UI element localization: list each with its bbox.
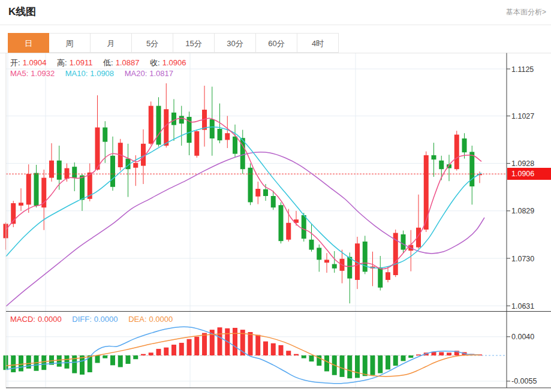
candle-body xyxy=(317,248,321,260)
price-axis-label: 1.1027 xyxy=(511,112,534,120)
candle-body xyxy=(363,242,368,272)
candle-body xyxy=(95,128,100,170)
candle-body xyxy=(454,135,459,170)
candle-body xyxy=(171,113,176,125)
candle-body xyxy=(26,174,31,204)
macd-bar xyxy=(393,355,398,366)
macd-bar xyxy=(65,355,70,369)
dea-label: DEA: xyxy=(128,315,146,324)
macd-bar xyxy=(164,348,168,355)
close-value: 1.0906 xyxy=(162,58,186,67)
high-label: 高: xyxy=(57,58,67,67)
macd-bar xyxy=(133,355,138,359)
candle-body xyxy=(386,272,390,280)
candle-body xyxy=(248,168,253,203)
macd-bar xyxy=(347,355,352,378)
macd-bar xyxy=(263,342,268,355)
macd-bar xyxy=(386,355,390,369)
macd-bar xyxy=(171,345,176,355)
candle-body xyxy=(401,234,406,250)
macd-bar xyxy=(218,327,222,355)
candle-body xyxy=(324,260,329,263)
ohlc-readout: 开:1.0904 高:1.0911 低:1.0887 收:1.0906 xyxy=(10,58,188,68)
macd-bar xyxy=(416,354,421,355)
high-value: 1.0911 xyxy=(70,58,93,67)
candle-body xyxy=(332,264,337,269)
macd-axis-label: -0.0055 xyxy=(511,377,537,385)
open-label: 开: xyxy=(10,58,20,67)
candle-body xyxy=(263,189,268,196)
candle-body xyxy=(439,161,444,169)
macd-bar xyxy=(149,352,153,355)
macd-bar xyxy=(408,355,413,358)
macd-bar xyxy=(118,355,123,367)
candle-body xyxy=(271,196,276,207)
candle-body xyxy=(302,215,306,239)
candle-body xyxy=(133,163,138,168)
candle-body xyxy=(65,168,70,179)
macd-bar xyxy=(233,328,237,355)
candle-body xyxy=(80,176,85,200)
close-label: 收: xyxy=(150,58,160,67)
ma-readout: MA5:1.0932 MA10:1.0908 MA20:1.0817 xyxy=(10,69,176,78)
candle-body xyxy=(110,156,115,187)
macd-bar xyxy=(194,337,199,355)
macd-bar xyxy=(19,355,23,372)
candle-body xyxy=(424,155,429,230)
ma20-label: MA20: xyxy=(125,69,147,78)
candle-body xyxy=(218,129,222,140)
macd-bar xyxy=(57,355,62,367)
macd-bar xyxy=(95,355,100,363)
candle-body xyxy=(156,106,161,145)
macd-bar xyxy=(11,355,16,372)
candle-body xyxy=(149,106,153,144)
candle-body xyxy=(194,131,199,156)
price-axis-label: 1.0730 xyxy=(511,255,534,263)
candle-body xyxy=(378,267,383,288)
candle-body xyxy=(49,161,54,178)
price-axis-label: 1.1125 xyxy=(511,65,534,74)
macd-bar xyxy=(279,345,284,355)
candle-body xyxy=(279,205,284,241)
macd-bar xyxy=(286,351,291,355)
ma20-value: 1.0817 xyxy=(149,69,173,78)
diff-label: DIFF: xyxy=(72,315,92,324)
macd-readout: MACD:0.0000 DIFF:0.0000 DEA:0.0000 xyxy=(10,315,175,324)
candle-body xyxy=(72,167,77,177)
candle-body xyxy=(179,116,184,123)
candle-body xyxy=(469,152,474,186)
macd-bar xyxy=(141,354,146,355)
candle-body xyxy=(210,119,215,138)
last-price-tag: 1.0906 xyxy=(507,168,551,180)
ma5-label: MA5: xyxy=(10,69,28,78)
candle-body xyxy=(19,203,23,206)
candle-body xyxy=(233,137,237,154)
candle-body xyxy=(286,223,291,240)
low-label: 低: xyxy=(103,58,113,67)
macd-bar xyxy=(41,355,46,370)
macd-bar xyxy=(110,355,115,365)
macd-bar xyxy=(103,355,107,358)
macd-bar xyxy=(255,335,260,355)
candle-body xyxy=(309,240,314,250)
macd-bar xyxy=(340,355,345,377)
candle-body xyxy=(255,189,260,197)
macd-bar xyxy=(126,355,131,364)
ma10-label: MA10: xyxy=(65,69,88,78)
price-axis-label: 1.0928 xyxy=(511,159,534,168)
price-axis-label: 1.0829 xyxy=(511,207,534,215)
macd-axis-label: 0.0040 xyxy=(511,333,534,341)
candle-body xyxy=(57,161,62,180)
kline-page: K线图 基本面分析> 日周月5分15分30分60分4时 1.11251.1027… xyxy=(0,0,551,392)
macd-bar xyxy=(439,352,444,355)
macd-bar xyxy=(447,352,451,355)
candle-body xyxy=(432,155,436,159)
macd-bar xyxy=(202,333,207,355)
candle-body xyxy=(225,133,230,140)
ma5-value: 1.0932 xyxy=(31,69,55,78)
diff-value: 0.0000 xyxy=(94,315,118,324)
macd-label: MACD: xyxy=(10,315,35,324)
macd-bar xyxy=(378,355,383,373)
candle-body xyxy=(103,128,107,142)
macd-bar xyxy=(309,355,314,361)
